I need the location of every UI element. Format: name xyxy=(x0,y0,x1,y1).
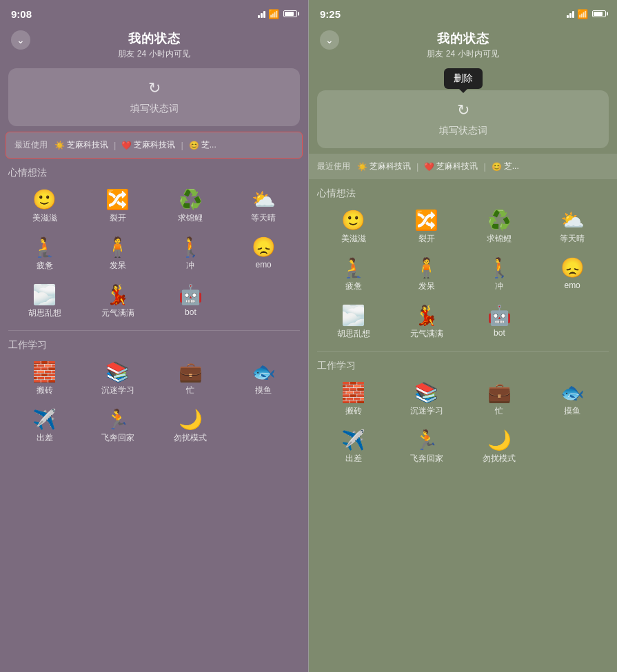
right-item-pibei[interactable]: 🧎 疲惫 xyxy=(317,253,390,298)
home-run-icon: 🏃 xyxy=(105,410,130,429)
left-item-feiben[interactable]: 🏃 飞奔回家 xyxy=(81,405,154,449)
delete-label: 删除 xyxy=(454,72,473,83)
left-recent-bar: 最近使用 ☀️ 芝麻科技讯 | ❤️ 芝麻科技讯 | 😊 芝... xyxy=(6,132,303,159)
right-item-fadai[interactable]: 🧍 发呆 xyxy=(390,253,463,298)
plane-icon: ✈️ xyxy=(32,410,57,429)
dance-icon: 💃 xyxy=(105,285,130,305)
right-recent-bar: 最近使用 ☀️ 芝麻科技讯 | ❤️ 芝麻科技讯 | 😊 芝... xyxy=(309,154,617,179)
right-item-banzhuan[interactable]: 🧱 搬砖 xyxy=(317,378,390,422)
left-status-input-area[interactable]: ↻ 填写状态词 xyxy=(8,68,300,126)
left-item-mang[interactable]: 💼 忙 xyxy=(154,357,227,402)
right-item-mang[interactable]: 💼 忙 xyxy=(463,378,536,422)
right-chevron-button[interactable]: ⌄ xyxy=(320,30,339,50)
delete-tooltip[interactable]: 删除 xyxy=(444,68,483,89)
right-label-mang: 忙 xyxy=(495,405,503,417)
right-wifi-icon: 📶 xyxy=(577,9,588,19)
right-rush-icon: 🚶 xyxy=(487,258,512,278)
left-item-liekai[interactable]: 🔀 裂开 xyxy=(81,185,154,230)
right-item-moyu[interactable]: 🐟 摸鱼 xyxy=(536,378,609,422)
koi-icon: ♻️ xyxy=(179,190,203,210)
right-page-subtitle: 朋友 24 小时内可见 xyxy=(427,48,498,60)
right-label-emo: emo xyxy=(564,281,580,290)
left-item-qiujinli[interactable]: ♻️ 求锦鲤 xyxy=(154,185,227,230)
right-panel: 9:25 📶 ⌄ 我的状态 朋友 24 小时内可见 删除 ↻ 填写状态词 xyxy=(308,0,617,672)
left-item-dengtianqing[interactable]: ⛅ 等天晴 xyxy=(227,185,300,230)
left-item-banzhuan[interactable]: 🧱 搬砖 xyxy=(8,357,81,402)
right-label-banzhuan: 搬砖 xyxy=(345,405,362,417)
left-item-pibei[interactable]: 🧎 疲惫 xyxy=(8,232,81,277)
right-label-bot: bot xyxy=(494,328,505,338)
left-section-work-title: 工作学习 xyxy=(8,339,300,352)
right-recent-text-3: 芝... xyxy=(504,161,519,172)
left-item-chenmi[interactable]: 📚 沉迷学习 xyxy=(81,357,154,402)
busy-icon: 💼 xyxy=(179,363,203,382)
heart-emoji: ❤️ xyxy=(121,141,132,150)
right-dance-icon: 💃 xyxy=(414,306,438,325)
left-label-liekai: 裂开 xyxy=(110,212,126,224)
divider-1: | xyxy=(114,140,116,150)
right-item-wurao[interactable]: 🌙 勿扰模式 xyxy=(463,425,536,470)
right-busy-icon: 💼 xyxy=(487,383,512,403)
left-label-feiben: 飞奔回家 xyxy=(101,432,134,444)
right-signal-icon xyxy=(567,10,574,18)
left-time: 9:08 xyxy=(11,8,32,20)
right-label-wurao: 勿扰模式 xyxy=(483,453,516,465)
right-time: 9:25 xyxy=(320,8,341,20)
right-sun-cloud-icon: ⛅ xyxy=(560,211,585,230)
right-item-chong[interactable]: 🚶 冲 xyxy=(463,253,536,298)
left-chevron-button[interactable]: ⌄ xyxy=(11,30,30,50)
right-label-yuanqimanman: 元气满满 xyxy=(410,328,443,340)
left-label-husiluanxiang: 胡思乱想 xyxy=(28,307,61,319)
right-item-yuanqimanman[interactable]: 💃 元气满满 xyxy=(390,301,463,345)
right-item-liekai[interactable]: 🔀 裂开 xyxy=(390,205,463,250)
left-item-moyu[interactable]: 🐟 摸鱼 xyxy=(227,357,300,402)
right-refresh-icon: ↻ xyxy=(457,101,469,119)
right-item-meizizzi[interactable]: 🙂 美滋滋 xyxy=(317,205,390,250)
left-item-chong[interactable]: 🚶 冲 xyxy=(154,232,227,277)
brick-icon: 🧱 xyxy=(32,363,57,382)
right-status-input-area[interactable]: ↻ 填写状态词 xyxy=(317,90,609,148)
left-recent-item-3[interactable]: 😊 芝... xyxy=(189,139,216,151)
right-recent-item-1[interactable]: ☀️ 芝麻科技讯 xyxy=(357,161,411,172)
right-item-cuchai[interactable]: ✈️ 出差 xyxy=(317,425,390,470)
left-item-meizizzi[interactable]: 🙂 美滋滋 xyxy=(8,185,81,230)
right-item-husiluanxiang[interactable]: 🌫️ 胡思乱想 xyxy=(317,301,390,345)
right-label-cuchai: 出差 xyxy=(345,453,362,465)
left-item-wurao[interactable]: 🌙 勿扰模式 xyxy=(154,405,227,449)
left-recent-text-3: 芝... xyxy=(201,139,216,151)
left-recent-text-2: 芝麻科技讯 xyxy=(134,139,175,151)
left-item-bot[interactable]: 🤖 bot xyxy=(154,280,227,325)
rush-icon: 🚶 xyxy=(179,238,203,257)
left-recent-item-1[interactable]: ☀️ 芝麻科技讯 xyxy=(54,139,108,151)
right-item-bot[interactable]: 🤖 bot xyxy=(463,301,536,345)
left-section-mood: 心情想法 🙂 美滋滋 🔀 裂开 ♻️ 求锦鲤 ⛅ 等天晴 🧎 疲惫 xyxy=(0,161,308,327)
right-home-run-icon: 🏃 xyxy=(414,431,438,450)
right-status-container: 删除 ↻ 填写状态词 xyxy=(317,68,609,148)
right-recent-item-3[interactable]: 😊 芝... xyxy=(492,161,519,172)
right-plane-icon: ✈️ xyxy=(341,431,365,450)
left-item-husiluanxiang[interactable]: 🌫️ 胡思乱想 xyxy=(8,280,81,325)
right-item-qiujinli[interactable]: ♻️ 求锦鲤 xyxy=(463,205,536,250)
left-item-cuchai[interactable]: ✈️ 出差 xyxy=(8,405,81,449)
right-divider-main xyxy=(317,351,609,352)
left-page-title: 我的状态 xyxy=(128,30,181,47)
left-item-fadai[interactable]: 🧍 发呆 xyxy=(81,232,154,277)
right-item-dengtianqing[interactable]: ⛅ 等天晴 xyxy=(536,205,609,250)
right-recent-item-2[interactable]: ❤️ 芝麻科技讯 xyxy=(424,161,478,172)
split-icon: 🔀 xyxy=(105,190,130,210)
right-status-icons: 📶 xyxy=(567,9,606,19)
left-item-emo[interactable]: 😞 emo xyxy=(227,232,300,277)
right-item-emo[interactable]: 😞 emo xyxy=(536,253,609,298)
sun-cloud-icon: ⛅ xyxy=(252,190,276,210)
left-label-mang: 忙 xyxy=(186,385,194,396)
left-recent-item-2[interactable]: ❤️ 芝麻科技讯 xyxy=(121,139,175,151)
left-label-moyu: 摸鱼 xyxy=(255,385,272,396)
left-item-yuanqimanman[interactable]: 💃 元气满满 xyxy=(81,280,154,325)
right-header: ⌄ 我的状态 朋友 24 小时内可见 xyxy=(309,25,617,68)
right-item-feiben[interactable]: 🏃 飞奔回家 xyxy=(390,425,463,470)
right-koi-icon: ♻️ xyxy=(487,211,512,230)
right-robot-icon: 🤖 xyxy=(487,306,512,325)
right-item-chenmi[interactable]: 📚 沉迷学习 xyxy=(390,378,463,422)
right-label-husiluanxiang: 胡思乱想 xyxy=(337,328,370,340)
left-page-subtitle: 朋友 24 小时内可见 xyxy=(118,48,190,60)
